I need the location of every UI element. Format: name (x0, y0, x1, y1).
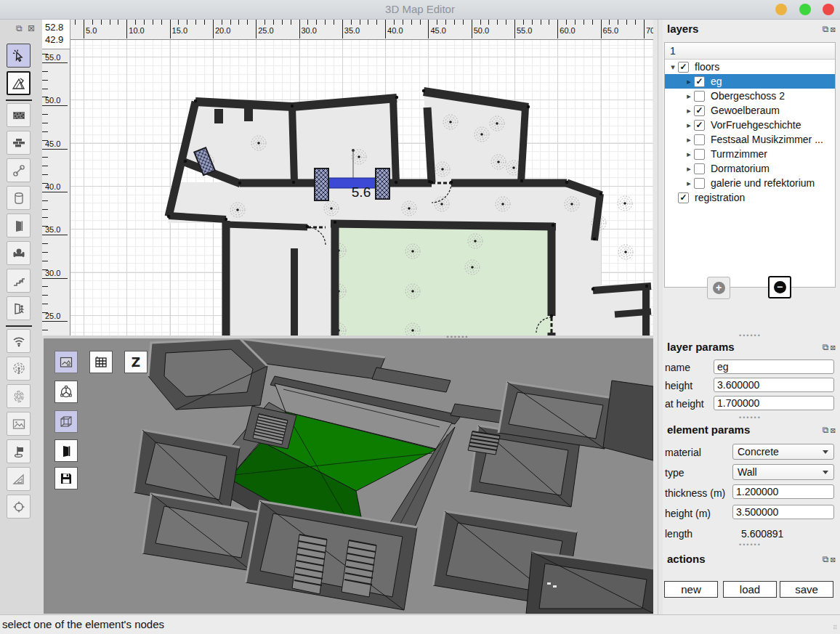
expand-arrow-icon[interactable]: ▸ (684, 92, 694, 101)
tool-fingerprint-button[interactable] (7, 384, 31, 408)
dock-splitter[interactable]: •••••• (739, 414, 762, 421)
layer-label: Obergeschoss 2 (711, 90, 785, 102)
tool-target-button[interactable] (7, 495, 31, 519)
expand-arrow-icon[interactable]: ▸ (684, 106, 694, 115)
layer-visibility-checkbox[interactable]: ✓ (678, 192, 689, 203)
layer-list[interactable]: 1 ▾✓floors▸✓eg▸Obergeschoss 2▸✓Gewoelber… (664, 42, 836, 288)
remove-layer-button[interactable]: − (768, 276, 791, 298)
expand-arrow-icon[interactable]: ▸ (684, 150, 694, 159)
view3d-door-button[interactable] (54, 439, 78, 462)
tool-stairs-button[interactable] (7, 269, 31, 293)
ruler-minor-tick (42, 209, 48, 210)
title-bar[interactable]: 3D Map Editor (0, 0, 840, 20)
panel-float-icon[interactable]: ⧉ (823, 342, 831, 352)
tool-cylinder-button[interactable] (7, 186, 31, 210)
tool-wifi-button[interactable] (7, 329, 31, 353)
cursor-sparkle-icon (12, 49, 26, 63)
layer-tree-item-festsaal-musikzimmer[interactable]: ▸Festsaal Musikzimmer ... (665, 132, 835, 147)
view3d-wireframe-cube-button[interactable] (54, 410, 78, 433)
tool-image-button[interactable] (7, 412, 31, 436)
view3d-grid-button[interactable] (89, 351, 113, 373)
save-button[interactable]: save (780, 581, 833, 598)
plan-canvas[interactable]: 5.6 (70, 40, 653, 336)
layer-tree-item-floors[interactable]: ▾✓floors (665, 60, 835, 74)
layer-tree-item-turmzimmer[interactable]: ▸Turmzimmer (665, 147, 835, 161)
layer-name-input[interactable] (714, 359, 834, 374)
expand-arrow-icon[interactable]: ▸ (684, 164, 694, 174)
close-button[interactable] (823, 4, 834, 15)
panel-float-icon[interactable]: ⧉ (16, 24, 23, 33)
panel-float-icon[interactable]: ⧉ (823, 24, 831, 34)
layer-visibility-checkbox[interactable]: ✓ (694, 76, 705, 87)
expand-arrow-icon[interactable]: ▸ (684, 135, 694, 145)
expand-arrow-icon[interactable]: ▸ (684, 77, 694, 86)
panel-float-icon[interactable]: ⧉ (823, 425, 831, 435)
tool-flag-button[interactable] (7, 439, 31, 463)
layer-visibility-checkbox[interactable]: ✓ (678, 62, 689, 73)
minimize-button[interactable] (775, 4, 787, 15)
ruler-minor-tick (118, 20, 118, 25)
tool-wall-button[interactable] (7, 131, 31, 155)
panel-splitter[interactable] (658, 20, 658, 614)
dock-splitter[interactable]: •••••• (739, 332, 762, 339)
layer-visibility-checkbox[interactable] (694, 178, 705, 189)
view3d-gizmo-button[interactable] (54, 381, 78, 403)
resize-grip[interactable]: ⠿ (833, 625, 838, 631)
maximize-button[interactable] (799, 4, 811, 15)
layer-visibility-checkbox[interactable] (694, 149, 705, 160)
layer-tree-item-obergeschoss-2[interactable]: ▸Obergeschoss 2 (665, 89, 835, 103)
load-button[interactable]: load (723, 581, 777, 598)
layer-tree-item-gewoelberaum[interactable]: ▸✓Gewoelberaum (665, 103, 835, 118)
tool-measure-draw-button[interactable] (7, 71, 31, 95)
viewport-3d[interactable]: Z (44, 338, 653, 614)
ruler-major-tick (557, 20, 558, 38)
tool-node-link-button[interactable] (7, 158, 31, 182)
layer-height-input[interactable] (714, 378, 834, 392)
layer-visibility-checkbox[interactable]: ✓ (694, 120, 705, 131)
tool-beacon-button[interactable] (7, 357, 31, 381)
layer-visibility-checkbox[interactable]: ✓ (694, 105, 705, 116)
expand-arrow-icon[interactable]: ▸ (684, 121, 694, 130)
status-text: select one of the element's nodes (2, 618, 164, 630)
layer-visibility-checkbox[interactable] (694, 163, 705, 174)
tool-select-button[interactable] (7, 44, 31, 68)
ruler-minor-tick (230, 20, 231, 25)
tool-exit-button[interactable] (7, 296, 31, 320)
tool-door-button[interactable] (7, 214, 31, 237)
view3d-plan-texture-button[interactable] (54, 351, 78, 373)
dock-splitter[interactable]: •••••• (739, 541, 762, 548)
layer-tree-item-vorfruehgeschichte[interactable]: ▸✓VorFruehgeschichte (665, 118, 835, 132)
layer-tree-item-eg[interactable]: ▸✓eg (665, 74, 835, 89)
panel-close-icon[interactable]: ⊠ (830, 425, 837, 435)
new-button[interactable]: new (664, 581, 718, 598)
add-layer-button[interactable]: + (707, 277, 730, 299)
thickness-input[interactable] (732, 484, 834, 499)
expand-arrow-icon[interactable]: ▸ (684, 179, 694, 188)
tool-furniture-button[interactable] (7, 241, 31, 265)
view3d-save-button[interactable] (54, 467, 78, 489)
tool-texture-button[interactable] (7, 103, 31, 127)
layer-label: Turmzimmer (711, 148, 767, 160)
panel-close-icon[interactable]: ⊠ (830, 554, 837, 564)
layer-visibility-checkbox[interactable] (694, 91, 705, 102)
panel-close-icon[interactable]: ⊠ (830, 24, 837, 34)
material-dropdown[interactable]: Concrete (732, 444, 834, 460)
tool-set-square-button[interactable] (7, 467, 31, 491)
ruler-minor-tick (42, 174, 48, 175)
ruler-label: 20.0 (215, 26, 230, 35)
panel-float-icon[interactable]: ⧉ (823, 554, 831, 564)
layer-at-height-input[interactable] (714, 396, 834, 410)
layer-tree-item-dormatorium[interactable]: ▸Dormatorium (665, 161, 835, 176)
element-height-input[interactable] (732, 505, 834, 519)
ruler-major-tick (514, 20, 515, 38)
expand-arrow-icon[interactable]: ▾ (668, 62, 678, 72)
layer-tree-item-galerie-und-refektorium[interactable]: ▸galerie und refektorium (665, 176, 835, 190)
panel-close-icon[interactable]: ⊠ (830, 342, 837, 352)
view3d-z-order-button[interactable]: Z (124, 351, 148, 373)
type-dropdown[interactable]: Wall (732, 464, 834, 480)
panel-close-icon[interactable]: ⊠ (28, 24, 35, 33)
layer-tree-item-registration[interactable]: ✓registration (665, 190, 835, 205)
layer-tree: ▾✓floors▸✓eg▸Obergeschoss 2▸✓Gewoelberau… (665, 60, 835, 205)
cursor-x: 52.8 (45, 21, 70, 33)
layer-visibility-checkbox[interactable] (694, 134, 705, 145)
